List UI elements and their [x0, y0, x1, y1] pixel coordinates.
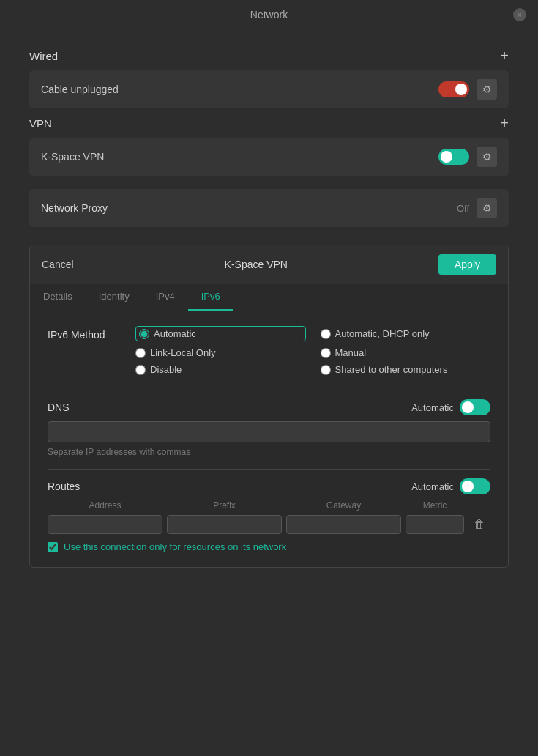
cable-card: Cable unplugged ⚙ [29, 70, 509, 108]
ipv6-panel-body: IPv6 Method Automatic Automatic, DHCP on… [30, 311, 508, 567]
vpn-add-button[interactable]: + [500, 116, 509, 130]
wired-title: Wired [29, 50, 58, 62]
ipv6-method-row: IPv6 Method Automatic Automatic, DHCP on… [48, 326, 490, 375]
method-automatic[interactable]: Automatic [135, 326, 306, 341]
tabs-bar: Details Identity IPv4 IPv6 [30, 284, 508, 311]
routes-right: Automatic [411, 478, 490, 494]
vpn-settings-panel: Cancel K-Space VPN Apply Details Identit… [29, 245, 509, 568]
dns-toggle-knob [462, 401, 474, 413]
method-disable-label: Disable [150, 364, 182, 375]
use-only-checkbox[interactable] [48, 542, 58, 552]
method-link-local[interactable]: Link-Local Only [135, 347, 306, 358]
col-gateway: Gateway [286, 500, 401, 511]
cable-settings-button[interactable]: ⚙ [477, 79, 497, 100]
vpn-section-header: VPN + [29, 116, 509, 130]
route-gateway-input[interactable] [286, 515, 401, 534]
method-link-local-label: Link-Local Only [150, 347, 216, 358]
route-metric-input[interactable] [406, 515, 464, 534]
dns-right: Automatic [411, 399, 490, 415]
dns-label: DNS [48, 401, 70, 413]
close-button[interactable]: × [513, 8, 526, 21]
tab-ipv6[interactable]: IPv6 [188, 284, 233, 311]
cable-controls: ⚙ [438, 79, 497, 100]
use-only-label: Use this connection only for resources o… [64, 541, 286, 552]
tab-details[interactable]: Details [30, 284, 86, 311]
method-manual-label: Manual [335, 347, 367, 358]
cable-label: Cable unplugged [41, 84, 119, 95]
use-only-for-resources-row: Use this connection only for resources o… [48, 541, 490, 552]
col-address: Address [48, 500, 162, 511]
vpn-title: VPN [29, 117, 52, 130]
route-delete-button[interactable]: 🗑 [468, 518, 490, 531]
col-metric: Metric [406, 500, 464, 511]
divider-1 [48, 390, 490, 390]
method-automatic-radio[interactable] [139, 329, 149, 339]
routes-toggle[interactable] [460, 478, 490, 494]
vpn-card: K-Space VPN ⚙ [29, 138, 509, 176]
vpn-toggle[interactable] [438, 149, 469, 165]
wired-add-button[interactable]: + [500, 48, 509, 63]
routes-label: Routes [48, 481, 80, 492]
routes-row: Routes Automatic [48, 478, 490, 494]
method-shared[interactable]: Shared to other computers [321, 364, 491, 375]
vpn-toggle-knob [441, 151, 452, 163]
route-column-headers: Address Prefix Gateway Metric [48, 500, 490, 511]
method-dhcp-only[interactable]: Automatic, DHCP only [321, 326, 491, 341]
method-disable-radio[interactable] [135, 365, 146, 375]
routes-automatic-text: Automatic [411, 481, 454, 492]
routes-toggle-knob [462, 481, 474, 492]
tab-identity[interactable]: Identity [86, 284, 143, 311]
tab-ipv4[interactable]: IPv4 [143, 284, 188, 311]
method-manual-radio[interactable] [321, 348, 331, 358]
method-dhcp-only-radio[interactable] [321, 329, 331, 339]
dns-automatic-text: Automatic [411, 402, 454, 413]
dns-row: DNS Automatic [48, 399, 490, 415]
dns-input[interactable] [48, 421, 490, 442]
proxy-label: Network Proxy [41, 202, 108, 214]
wired-section-header: Wired + [29, 48, 509, 63]
apply-button[interactable]: Apply [438, 254, 496, 275]
vpn-settings-button[interactable]: ⚙ [477, 147, 497, 167]
method-link-local-radio[interactable] [135, 348, 146, 358]
vpn-panel-title: K-Space VPN [225, 259, 288, 270]
proxy-card: Network Proxy Off ⚙ [29, 189, 509, 227]
dns-hint: Separate IP addresses with commas [48, 447, 490, 457]
method-shared-radio[interactable] [321, 365, 331, 375]
vpn-connection-label: K-Space VPN [41, 151, 104, 163]
cancel-button[interactable]: Cancel [42, 259, 74, 270]
window-title: Network [250, 9, 288, 21]
method-shared-label: Shared to other computers [335, 364, 448, 375]
vpn-controls: ⚙ [438, 147, 497, 167]
title-bar: Network × [0, 0, 538, 29]
divider-2 [48, 469, 490, 470]
cable-toggle-knob [455, 84, 467, 95]
route-input-row: 🗑 [48, 515, 490, 534]
ipv6-method-label: IPv6 Method [48, 326, 135, 341]
method-manual[interactable]: Manual [321, 347, 491, 358]
vpn-panel-header: Cancel K-Space VPN Apply [30, 245, 508, 284]
route-prefix-input[interactable] [167, 515, 282, 534]
proxy-controls: Off ⚙ [457, 198, 497, 218]
proxy-status: Off [457, 203, 469, 214]
dns-toggle[interactable] [460, 399, 490, 415]
route-address-input[interactable] [48, 515, 162, 534]
main-content: Wired + Cable unplugged ⚙ VPN + K-Space … [0, 29, 538, 579]
method-disable[interactable]: Disable [135, 364, 306, 375]
method-automatic-label: Automatic [154, 328, 196, 339]
proxy-settings-button[interactable]: ⚙ [477, 198, 497, 218]
method-dhcp-only-label: Automatic, DHCP only [335, 328, 430, 339]
cable-toggle[interactable] [438, 81, 469, 97]
col-prefix: Prefix [167, 500, 282, 511]
ipv6-method-options: Automatic Automatic, DHCP only Link-Loca… [135, 326, 490, 375]
